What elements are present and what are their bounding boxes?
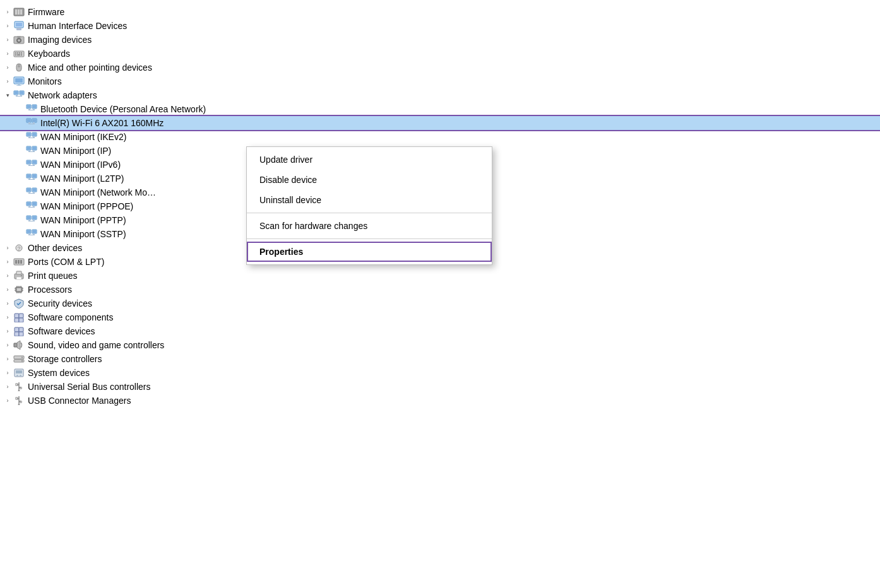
svg-rect-12 [15,52,16,54]
wifi-icon [25,117,38,129]
svg-rect-14 [19,52,20,54]
wan-ipv6-label: WAN Miniport (IPv6) [40,160,121,170]
expand-network[interactable] [3,90,13,100]
svg-rect-31 [20,95,22,96]
svg-point-138 [21,360,23,362]
svg-rect-141 [16,375,18,376]
imaging-icon [13,34,25,45]
expand-imaging[interactable] [3,35,13,45]
tree-item-sw-components[interactable]: Software components [0,310,880,324]
expand-usb-connectors[interactable] [3,396,13,406]
expand-security[interactable] [3,298,13,309]
expand-ports[interactable] [3,257,13,267]
monitors-icon [13,76,25,87]
expand-system[interactable] [3,368,13,378]
hid-label: Human Interface Devices [28,21,127,31]
svg-rect-86 [28,206,30,207]
wifi-label: Intel(R) Wi-Fi 6 AX201 160MHz [40,118,164,128]
usb-label: Universal Serial Bus controllers [28,382,151,392]
expand-hid[interactable] [3,21,13,31]
svg-rect-29 [20,91,23,94]
expand-sw-components[interactable] [3,312,13,322]
wan-l2tp-icon [25,173,38,184]
tree-item-network[interactable]: Network adapters [0,88,880,102]
context-menu-item-scan-hardware[interactable]: Scan for hardware changes [247,216,492,236]
tree-item-bluetooth[interactable]: Bluetooth Device (Personal Area Network) [0,102,880,116]
security-icon [13,298,25,309]
svg-rect-36 [33,105,36,108]
tree-item-usb-connectors[interactable]: USB Connector Managers [0,394,880,408]
svg-rect-76 [27,189,30,191]
svg-rect-64 [33,161,36,163]
context-menu: Update driver Disable device Uninstall d… [246,146,492,265]
network-label: Network adapters [28,90,97,100]
tree-item-security[interactable]: Security devices [0,297,880,310]
expand-mice[interactable] [3,62,13,73]
context-menu-item-properties[interactable]: Properties [247,242,492,262]
svg-rect-66 [33,164,35,165]
tree-item-storage[interactable]: Storage controllers [0,352,880,366]
svg-rect-87 [33,206,35,207]
tree-item-usb[interactable]: Universal Serial Bus controllers [0,380,880,394]
expand-processors[interactable] [3,285,13,295]
context-menu-item-uninstall-device[interactable]: Uninstall device [247,190,492,210]
svg-rect-65 [28,164,30,165]
expand-storage[interactable] [3,354,13,364]
tree-item-imaging[interactable]: Imaging devices [0,33,880,47]
keyboard-icon [13,48,25,59]
svg-rect-16 [15,54,16,56]
keyboards-label: Keyboards [28,49,70,59]
expand-usb[interactable] [3,382,13,392]
storage-label: Storage controllers [28,354,102,364]
wan-pppoe-icon [25,201,38,212]
tree-item-firmware[interactable]: Firmware [0,5,880,19]
mice-icon [13,62,25,73]
bluetooth-label: Bluetooth Device (Personal Area Network) [40,104,206,114]
expand-sw-devices[interactable] [3,326,13,336]
tree-item-print[interactable]: Print queues [0,269,880,283]
context-menu-item-update-driver[interactable]: Update driver [247,150,492,170]
expand-keyboards[interactable] [3,49,13,59]
svg-rect-55 [27,147,30,150]
ports-label: Ports (COM & LPT) [28,257,104,267]
tree-item-sound[interactable]: Sound, video and game controllers [0,338,880,352]
svg-point-9 [18,40,20,42]
tree-item-processors[interactable]: Processors [0,283,880,297]
svg-rect-38 [33,109,35,110]
svg-rect-6 [16,28,21,30]
tree-item-keyboards[interactable]: Keyboards [0,47,880,61]
svg-point-112 [21,275,22,276]
tree-item-hid[interactable]: Human Interface Devices [0,19,880,33]
expand-sound[interactable] [3,340,13,350]
svg-rect-92 [33,216,36,219]
wan-ip-label: WAN Miniport (IP) [40,146,111,156]
svg-rect-111 [16,277,21,279]
svg-point-147 [20,387,22,389]
svg-rect-140 [16,370,22,373]
expand-print[interactable] [3,271,13,281]
tree-item-system[interactable]: System devices [0,366,880,380]
svg-rect-99 [33,230,36,233]
tree-item-monitors[interactable]: Monitors [0,74,880,88]
tree-item-mice[interactable]: Mice and other pointing devices [0,61,880,74]
bluetooth-icon [25,103,38,115]
firmware-icon [13,6,25,18]
expand-other[interactable] [3,243,13,253]
svg-rect-110 [16,271,21,274]
expand-firmware[interactable] [3,7,13,17]
tree-item-wifi[interactable]: Intel(R) Wi-Fi 6 AX201 160MHz [0,116,880,130]
wan-pppoe-label: WAN Miniport (PPPOE) [40,201,133,211]
expand-monitors[interactable] [3,76,13,86]
context-menu-item-disable-device[interactable]: Disable device [247,170,492,190]
svg-rect-44 [28,122,30,124]
tree-item-sw-devices[interactable]: Software devices [0,324,880,338]
svg-rect-101 [33,233,35,235]
svg-rect-13 [17,52,18,54]
tree-item-wan-ikev2[interactable]: WAN Miniport (IKEv2) [0,130,880,144]
svg-rect-131 [15,332,19,336]
svg-rect-88 [28,207,35,208]
svg-point-137 [21,357,23,358]
network-icon [13,90,25,101]
wan-netmon-icon [25,187,38,198]
storage-icon [13,353,25,365]
